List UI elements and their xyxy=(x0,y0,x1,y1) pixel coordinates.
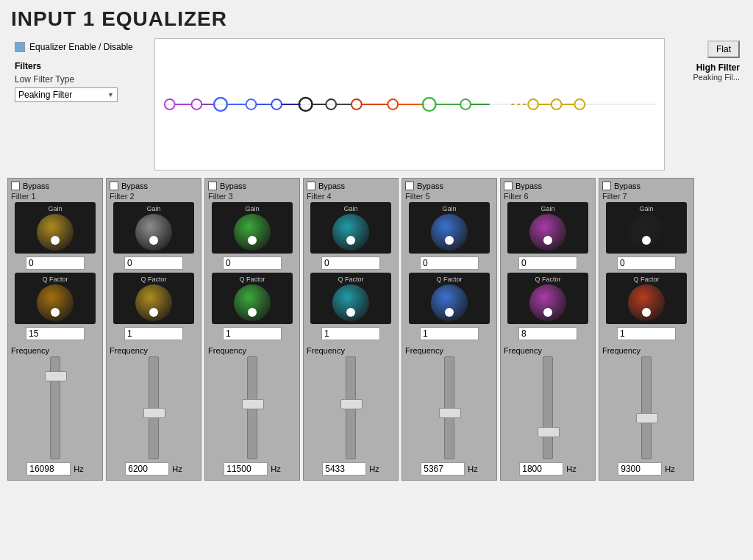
gain-knob-1[interactable] xyxy=(37,214,74,251)
gain-value-5[interactable] xyxy=(420,256,479,270)
q-knob-3[interactable] xyxy=(234,284,271,321)
q-knob-container-5: Q Factor xyxy=(409,273,490,324)
flat-button[interactable]: Flat xyxy=(707,40,740,58)
slider-container-1 xyxy=(11,356,99,459)
gain-knob-container-5: Gain xyxy=(409,202,490,254)
hz-label-4: Hz xyxy=(369,464,379,473)
q-value-7[interactable] xyxy=(617,327,676,340)
slider-thumb-7[interactable] xyxy=(636,413,658,423)
bypass-checkbox-3[interactable] xyxy=(208,182,217,190)
q-value-5[interactable] xyxy=(420,327,479,340)
q-value-6[interactable] xyxy=(518,327,577,340)
hz-label-3: Hz xyxy=(271,464,280,473)
q-knob-7[interactable] xyxy=(628,284,665,321)
filter-name-3: Filter 3 xyxy=(208,192,233,201)
q-value-2[interactable] xyxy=(124,327,183,340)
bypass-label-5: Bypass xyxy=(417,182,443,190)
gain-knob-container-4: Gain xyxy=(310,202,391,254)
slider-track-3[interactable] xyxy=(247,356,257,459)
bypass-checkbox-1[interactable] xyxy=(11,182,20,190)
slider-container-2 xyxy=(110,356,198,459)
gain-value-7[interactable] xyxy=(617,256,676,270)
slider-thumb-2[interactable] xyxy=(143,408,165,418)
gain-knob-3[interactable] xyxy=(234,214,271,251)
filters-section-label: Filters xyxy=(15,61,147,71)
q-knob-4[interactable] xyxy=(332,284,369,321)
q-knob-1[interactable] xyxy=(37,284,74,321)
slider-container-6 xyxy=(504,356,592,459)
slider-track-4[interactable] xyxy=(346,356,356,459)
freq-value-6[interactable] xyxy=(519,462,563,475)
gain-value-1[interactable] xyxy=(26,256,85,270)
freq-bottom-5: Hz xyxy=(421,462,477,475)
low-filter-select[interactable]: Peaking Filter xyxy=(15,87,118,102)
q-knob-indicator-7 xyxy=(642,308,651,317)
gain-knob-7[interactable] xyxy=(628,214,665,251)
low-filter-select-wrapper[interactable]: Peaking Filter xyxy=(15,87,118,102)
slider-thumb-1[interactable] xyxy=(45,371,67,381)
q-knob-indicator-5 xyxy=(445,308,454,317)
q-label-6: Q Factor xyxy=(535,276,560,283)
eq-graph[interactable] xyxy=(154,38,665,170)
gain-label-5: Gain xyxy=(442,205,456,212)
slider-thumb-4[interactable] xyxy=(340,399,363,409)
freq-bottom-4: Hz xyxy=(322,462,379,475)
right-panel: Flat High Filter Peaking Fil... xyxy=(665,35,746,170)
slider-container-4 xyxy=(307,356,395,459)
gain-value-6[interactable] xyxy=(518,256,577,270)
bypass-checkbox-6[interactable] xyxy=(504,182,513,190)
gain-knob-5[interactable] xyxy=(431,214,468,251)
frequency-label-1: Frequency xyxy=(11,346,49,355)
gain-knob-6[interactable] xyxy=(529,214,566,251)
q-value-3[interactable] xyxy=(223,327,282,340)
high-filter-type: Peaking Fil... xyxy=(693,73,740,82)
gain-value-4[interactable] xyxy=(321,256,380,270)
high-filter-section: High Filter Peaking Fil... xyxy=(693,62,740,82)
q-knob-container-7: Q Factor xyxy=(606,273,687,324)
slider-thumb-5[interactable] xyxy=(439,408,461,418)
freq-value-1[interactable] xyxy=(26,462,71,475)
gain-value-3[interactable] xyxy=(223,256,282,270)
gain-knob-4[interactable] xyxy=(332,214,369,251)
slider-track-1[interactable] xyxy=(50,356,60,459)
frequency-label-6: Frequency xyxy=(504,346,542,355)
eq-enable-row: Equalizer Enable / Disable xyxy=(15,42,147,52)
q-knob-5[interactable] xyxy=(431,284,468,321)
gain-knob-2[interactable] xyxy=(135,214,172,251)
slider-track-7[interactable] xyxy=(641,356,652,459)
freq-bottom-3: Hz xyxy=(224,462,280,475)
bypass-label-3: Bypass xyxy=(220,182,246,190)
q-label-2: Q Factor xyxy=(140,276,166,283)
q-knob-6[interactable] xyxy=(529,284,566,321)
slider-track-6[interactable] xyxy=(543,356,553,459)
q-value-1[interactable] xyxy=(26,327,85,340)
freq-value-5[interactable] xyxy=(421,462,465,475)
freq-value-2[interactable] xyxy=(125,462,169,475)
bypass-checkbox-7[interactable] xyxy=(602,182,611,190)
slider-track-5[interactable] xyxy=(444,356,454,459)
bypass-row-6: Bypass xyxy=(504,182,542,190)
slider-track-2[interactable] xyxy=(149,356,159,459)
q-knob-2[interactable] xyxy=(135,284,172,321)
freq-value-4[interactable] xyxy=(322,462,366,475)
bypass-checkbox-2[interactable] xyxy=(110,182,118,190)
gain-label-7: Gain xyxy=(639,205,653,212)
gain-knob-indicator-3 xyxy=(248,236,257,245)
q-value-4[interactable] xyxy=(321,327,380,340)
freq-bottom-7: Hz xyxy=(618,462,674,475)
gain-value-2[interactable] xyxy=(124,256,183,270)
bypass-checkbox-4[interactable] xyxy=(307,182,315,190)
gain-knob-container-2: Gain xyxy=(113,202,194,254)
slider-thumb-3[interactable] xyxy=(242,399,264,409)
gain-knob-indicator-4 xyxy=(346,236,355,245)
bypass-checkbox-5[interactable] xyxy=(405,182,414,190)
slider-thumb-6[interactable] xyxy=(538,427,560,437)
q-knob-container-2: Q Factor xyxy=(113,273,194,324)
filters-row: Bypass Filter 1 Gain Q Factor Frequency … xyxy=(0,178,753,481)
gain-knob-indicator-6 xyxy=(543,236,552,245)
slider-container-5 xyxy=(405,356,493,459)
freq-value-3[interactable] xyxy=(224,462,268,475)
eq-enable-checkbox[interactable] xyxy=(15,42,25,52)
freq-value-7[interactable] xyxy=(618,462,662,475)
bypass-row-4: Bypass xyxy=(307,182,345,190)
